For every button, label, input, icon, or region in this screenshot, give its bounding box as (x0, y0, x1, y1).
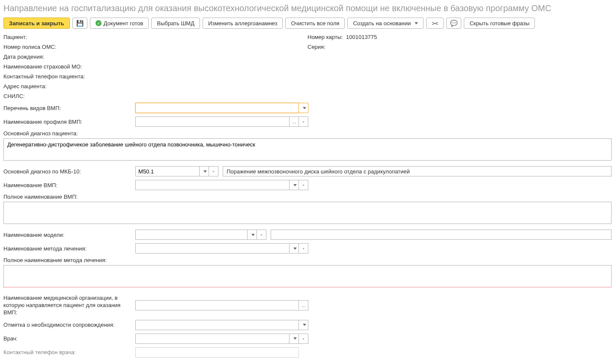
vmp-profile-open-button[interactable]: ▫ (299, 116, 308, 127)
clear-all-button[interactable]: Очистить все поля (285, 18, 345, 29)
chevron-down-icon (203, 170, 207, 173)
vmp-profile-more-button[interactable]: … (290, 116, 299, 127)
series-label: Серия: (308, 44, 346, 50)
insurance-mo-label: Наименование страховой МО: (3, 63, 82, 70)
vmp-types-input[interactable] (135, 103, 299, 113)
comment-icon: 💬 (450, 20, 457, 27)
treatment-method-dropdown-button[interactable] (290, 243, 299, 254)
mkb10-description: Поражение межпозвоночного диска шейного … (223, 166, 612, 176)
treatment-method-label: Наименование метода лечения: (3, 245, 135, 252)
snils-label: СНИЛС: (3, 93, 81, 99)
treatment-method-open-button[interactable]: ▫ (299, 243, 308, 254)
doctor-phone-input[interactable] (135, 347, 299, 358)
org-input[interactable] (135, 300, 299, 310)
patient-label: Пациент: (3, 34, 81, 40)
address-label: Адрес пациента: (3, 83, 81, 90)
card-number-value: 1001013775 (346, 34, 377, 40)
treatment-full-textarea[interactable] (3, 265, 612, 287)
mkb10-dropdown-button[interactable] (200, 166, 209, 176)
doc-ready-label: Документ готов (104, 20, 143, 27)
hide-phrases-button[interactable]: Скрыть готовые фразы (464, 18, 535, 29)
vmp-name-label: Наименование ВМП: (3, 182, 135, 188)
chevron-down-icon (303, 107, 306, 109)
change-allergo-button[interactable]: Изменить аллергоанамнез (203, 18, 283, 29)
chevron-down-icon (293, 184, 297, 186)
card-number-label: Номер карты: (308, 34, 346, 40)
mkb10-label: Основной диагноз по МКБ-10: (3, 168, 135, 175)
check-icon: ✓ (96, 20, 102, 26)
chevron-down-icon (251, 234, 255, 236)
main-diagnosis-label: Основной диагноз пациента: (3, 130, 78, 137)
org-more-button[interactable]: … (299, 300, 308, 310)
vmp-profile-label: Наименование профиля ВМП: (3, 119, 135, 125)
chevron-down-icon (303, 324, 306, 326)
model-name-label: Наименование модели: (3, 232, 135, 238)
doc-ready-button[interactable]: ✓ Документ готов (90, 18, 149, 29)
comment-button[interactable]: 💬 (446, 18, 461, 29)
save-icon: 💾 (76, 20, 84, 27)
vmp-full-name-label: Полное наименование ВМП: (3, 194, 78, 200)
doctor-label: Врач: (3, 335, 135, 342)
model-extra-input[interactable] (271, 230, 612, 240)
chevron-down-icon (415, 22, 418, 24)
doctor-dropdown-button[interactable] (290, 334, 299, 344)
save-button[interactable]: 💾 (72, 18, 87, 29)
main-diagnosis-textarea[interactable] (3, 138, 612, 161)
chevron-down-icon (293, 248, 297, 250)
escort-dropdown-button[interactable] (299, 320, 308, 330)
doctor-open-button[interactable]: ▫ (299, 334, 308, 344)
vmp-name-open-button[interactable]: ▫ (299, 180, 308, 190)
model-name-input[interactable] (135, 230, 248, 240)
vmp-profile-input[interactable] (135, 116, 290, 127)
page-title: Направление на госпитализацию для оказан… (3, 3, 612, 13)
escort-label: Отметка о необходимости сопровождения: (3, 322, 135, 328)
contact-phone-label: Контактный телефон пациента: (3, 73, 85, 80)
model-name-dropdown-button[interactable] (248, 230, 257, 240)
save-close-button[interactable]: Записать и закрыть (3, 18, 70, 29)
create-based-button[interactable]: Создать на основании (347, 18, 424, 29)
vmp-types-label: Перечень видов ВМП: (3, 105, 135, 111)
model-name-open-button[interactable]: ▫ (257, 230, 266, 240)
oms-policy-label: Номер полиса ОМС: (3, 44, 81, 50)
select-shmd-button[interactable]: Выбрать ШМД (151, 18, 200, 29)
mkb10-open-button[interactable]: ▫ (209, 166, 218, 176)
doctor-phone-label: Контактный телефон врача: (3, 349, 135, 355)
toolbar: Записать и закрыть 💾 ✓ Документ готов Вы… (3, 18, 612, 29)
escort-input[interactable] (135, 320, 299, 330)
birth-date-label: Дата рождения: (3, 54, 81, 60)
chevron-down-icon (293, 337, 297, 340)
vmp-name-input[interactable] (135, 180, 290, 190)
doctor-input[interactable] (135, 334, 290, 344)
org-label: Наименование медицинской организации, в … (3, 295, 135, 316)
compare-button[interactable]: >< (426, 18, 444, 29)
vmp-name-dropdown-button[interactable] (290, 180, 299, 190)
treatment-full-label: Полное наименование метода лечения: (3, 257, 107, 263)
mkb10-code-input[interactable] (135, 166, 200, 176)
create-based-label: Создать на основании (353, 20, 411, 27)
vmp-full-name-textarea[interactable] (3, 202, 612, 224)
treatment-method-input[interactable] (135, 243, 290, 254)
vmp-types-dropdown-button[interactable] (299, 103, 308, 113)
